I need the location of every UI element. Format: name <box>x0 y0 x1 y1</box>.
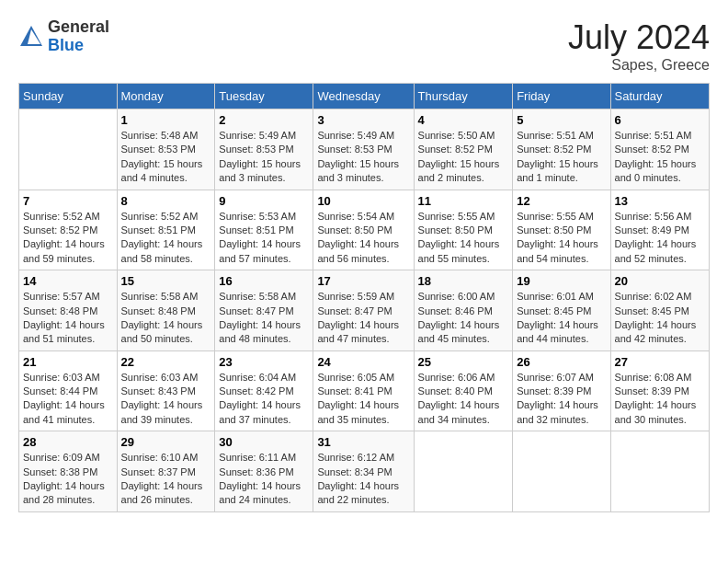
day-number: 30 <box>219 435 309 449</box>
daylight: Daylight: 14 hours and 52 minutes. <box>615 238 697 263</box>
sunrise: Sunrise: 5:48 AM <box>121 130 199 141</box>
day-info: Sunrise: 6:09 AM Sunset: 8:38 PM Dayligh… <box>23 451 113 508</box>
daylight: Daylight: 15 hours and 4 minutes. <box>121 158 203 183</box>
day-number: 27 <box>615 355 705 369</box>
calendar-cell: 13 Sunrise: 5:56 AM Sunset: 8:49 PM Dayl… <box>610 190 709 270</box>
day-number: 22 <box>121 355 211 369</box>
daylight: Daylight: 14 hours and 47 minutes. <box>317 319 399 344</box>
week-row-3: 14 Sunrise: 5:57 AM Sunset: 8:48 PM Dayl… <box>19 270 710 351</box>
sunset: Sunset: 8:53 PM <box>317 144 392 155</box>
day-info: Sunrise: 5:51 AM Sunset: 8:52 PM Dayligh… <box>517 129 606 186</box>
day-number: 15 <box>121 274 211 288</box>
daylight: Daylight: 14 hours and 32 minutes. <box>517 399 598 424</box>
calendar-cell <box>19 109 118 190</box>
sunrise: Sunrise: 5:55 AM <box>517 211 594 222</box>
day-number: 16 <box>219 274 309 288</box>
daylight: Daylight: 15 hours and 0 minutes. <box>615 158 697 183</box>
sunset: Sunset: 8:40 PM <box>418 385 493 396</box>
sunset: Sunset: 8:39 PM <box>615 385 689 396</box>
sunset: Sunset: 8:52 PM <box>615 144 689 155</box>
sunset: Sunset: 8:36 PM <box>219 466 293 477</box>
sunrise: Sunrise: 5:54 AM <box>317 211 394 222</box>
day-info: Sunrise: 5:50 AM Sunset: 8:52 PM Dayligh… <box>418 129 509 186</box>
daylight: Daylight: 14 hours and 58 minutes. <box>121 238 203 263</box>
sunset: Sunset: 8:50 PM <box>418 224 493 236</box>
sunset: Sunset: 8:53 PM <box>219 144 293 155</box>
calendar-cell: 11 Sunrise: 5:55 AM Sunset: 8:50 PM Dayl… <box>414 190 513 270</box>
sunrise: Sunrise: 6:12 AM <box>317 452 394 463</box>
day-number: 12 <box>517 194 606 208</box>
daylight: Daylight: 14 hours and 22 minutes. <box>317 480 399 505</box>
sunrise: Sunrise: 5:59 AM <box>317 291 394 302</box>
calendar-cell: 19 Sunrise: 6:01 AM Sunset: 8:45 PM Dayl… <box>513 270 610 351</box>
day-number: 6 <box>615 113 705 127</box>
day-number: 24 <box>317 355 409 369</box>
calendar-cell: 9 Sunrise: 5:53 AM Sunset: 8:51 PM Dayli… <box>215 190 313 270</box>
sunrise: Sunrise: 5:50 AM <box>418 130 495 141</box>
day-info: Sunrise: 5:51 AM Sunset: 8:52 PM Dayligh… <box>615 129 705 186</box>
logo-text: General Blue <box>48 18 109 55</box>
sunrise: Sunrise: 6:01 AM <box>517 291 594 302</box>
sunset: Sunset: 8:47 PM <box>317 305 392 316</box>
day-number: 5 <box>517 113 606 127</box>
daylight: Daylight: 14 hours and 37 minutes. <box>219 399 301 424</box>
sunset: Sunset: 8:48 PM <box>23 305 97 316</box>
daylight: Daylight: 14 hours and 24 minutes. <box>219 480 301 505</box>
header-day-wednesday: Wednesday <box>313 84 414 109</box>
day-number: 3 <box>317 113 409 127</box>
sunrise: Sunrise: 6:06 AM <box>418 372 495 383</box>
calendar-cell <box>513 431 610 512</box>
day-info: Sunrise: 5:53 AM Sunset: 8:51 PM Dayligh… <box>219 210 309 267</box>
sunset: Sunset: 8:37 PM <box>121 466 196 477</box>
day-number: 20 <box>615 274 705 288</box>
sunset: Sunset: 8:52 PM <box>517 144 591 155</box>
sunrise: Sunrise: 5:52 AM <box>23 211 100 222</box>
sunset: Sunset: 8:42 PM <box>219 385 293 396</box>
day-number: 21 <box>23 355 113 369</box>
calendar-cell: 18 Sunrise: 6:00 AM Sunset: 8:46 PM Dayl… <box>414 270 513 351</box>
sunset: Sunset: 8:49 PM <box>615 224 689 236</box>
calendar-cell: 1 Sunrise: 5:48 AM Sunset: 8:53 PM Dayli… <box>117 109 215 190</box>
sunrise: Sunrise: 5:56 AM <box>615 211 692 222</box>
daylight: Daylight: 14 hours and 30 minutes. <box>615 399 697 424</box>
sunrise: Sunrise: 5:55 AM <box>418 211 495 222</box>
daylight: Daylight: 14 hours and 44 minutes. <box>517 319 598 344</box>
day-info: Sunrise: 6:03 AM Sunset: 8:44 PM Dayligh… <box>23 371 113 428</box>
sunset: Sunset: 8:51 PM <box>121 224 196 236</box>
day-number: 31 <box>317 435 409 449</box>
calendar-cell: 28 Sunrise: 6:09 AM Sunset: 8:38 PM Dayl… <box>19 431 118 512</box>
sunset: Sunset: 8:45 PM <box>517 305 591 316</box>
daylight: Daylight: 14 hours and 48 minutes. <box>219 319 301 344</box>
day-number: 23 <box>219 355 309 369</box>
sunrise: Sunrise: 5:57 AM <box>23 291 100 302</box>
day-number: 8 <box>121 194 211 208</box>
calendar-cell: 25 Sunrise: 6:06 AM Sunset: 8:40 PM Dayl… <box>414 350 513 431</box>
sunrise: Sunrise: 6:03 AM <box>23 372 100 383</box>
calendar-cell: 4 Sunrise: 5:50 AM Sunset: 8:52 PM Dayli… <box>414 109 513 190</box>
day-number: 7 <box>23 194 113 208</box>
daylight: Daylight: 14 hours and 41 minutes. <box>23 399 105 424</box>
calendar-cell: 24 Sunrise: 6:05 AM Sunset: 8:41 PM Dayl… <box>313 350 414 431</box>
daylight: Daylight: 14 hours and 54 minutes. <box>517 238 598 263</box>
daylight: Daylight: 14 hours and 51 minutes. <box>23 319 105 344</box>
day-number: 25 <box>418 355 509 369</box>
sunrise: Sunrise: 5:58 AM <box>219 291 296 302</box>
day-info: Sunrise: 6:00 AM Sunset: 8:46 PM Dayligh… <box>418 290 509 347</box>
day-info: Sunrise: 6:08 AM Sunset: 8:39 PM Dayligh… <box>615 371 705 428</box>
calendar-table: SundayMondayTuesdayWednesdayThursdayFrid… <box>18 83 710 512</box>
day-number: 9 <box>219 194 309 208</box>
calendar-cell: 12 Sunrise: 5:55 AM Sunset: 8:50 PM Dayl… <box>513 190 610 270</box>
daylight: Daylight: 14 hours and 35 minutes. <box>317 399 399 424</box>
sunrise: Sunrise: 6:09 AM <box>23 452 100 463</box>
day-number: 18 <box>418 274 509 288</box>
day-info: Sunrise: 5:55 AM Sunset: 8:50 PM Dayligh… <box>517 210 606 267</box>
sunrise: Sunrise: 6:04 AM <box>219 372 296 383</box>
calendar-cell: 31 Sunrise: 6:12 AM Sunset: 8:34 PM Dayl… <box>313 431 414 512</box>
day-number: 14 <box>23 274 113 288</box>
sunset: Sunset: 8:39 PM <box>517 385 591 396</box>
calendar-cell: 6 Sunrise: 5:51 AM Sunset: 8:52 PM Dayli… <box>610 109 709 190</box>
sunrise: Sunrise: 6:00 AM <box>418 291 495 302</box>
calendar-cell: 15 Sunrise: 5:58 AM Sunset: 8:48 PM Dayl… <box>117 270 215 351</box>
day-info: Sunrise: 6:05 AM Sunset: 8:41 PM Dayligh… <box>317 371 409 428</box>
sunset: Sunset: 8:46 PM <box>418 305 493 316</box>
